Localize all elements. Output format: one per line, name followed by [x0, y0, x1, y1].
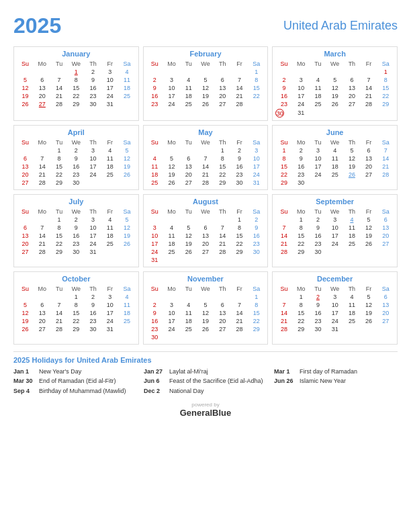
- calendar-day: 19: [180, 240, 197, 248]
- weekday-header-tu: Tu: [50, 285, 67, 293]
- month-block-december: DecemberSuMoTuWeThFrSa123456789101112131…: [272, 271, 398, 345]
- weekday-header-th: Th: [85, 285, 101, 293]
- calendar-day: 25: [343, 240, 360, 248]
- month-title-february: February: [146, 50, 265, 58]
- calendar-day: 22: [377, 92, 394, 100]
- calendar-day: 4: [180, 76, 197, 84]
- calendar-day: 19: [118, 163, 135, 171]
- weekday-header-fr: Fr: [231, 138, 248, 146]
- calendar-day: 25: [180, 100, 197, 108]
- calendar-day: 14: [231, 309, 248, 317]
- calendar-day: 10: [85, 224, 101, 232]
- calendar-day: 3: [101, 293, 118, 301]
- calendar-day: 30: [68, 248, 85, 256]
- calendar-day: 8: [68, 76, 85, 84]
- calendar-day: [231, 68, 248, 76]
- calendar-day: 30: [68, 179, 85, 187]
- calendar-day: 6: [377, 293, 394, 301]
- weekday-header-tu: Tu: [180, 138, 197, 146]
- weekday-header-we: We: [197, 138, 214, 146]
- weekday-header-mo: Mo: [34, 138, 50, 146]
- calendar-day: 6: [34, 301, 50, 309]
- calendar-day: [197, 146, 214, 154]
- calendar-day: 23: [248, 240, 265, 248]
- calendar-day: 14: [214, 232, 231, 240]
- calendar-day: 3: [85, 216, 101, 224]
- calendar-day: 15: [214, 163, 231, 171]
- calendar-day: 7: [214, 224, 231, 232]
- weekday-header-su: Su: [146, 208, 163, 216]
- calendar-day: 20: [180, 171, 197, 179]
- calendar-day: 20: [214, 317, 231, 325]
- calendar-day: 26: [180, 248, 197, 256]
- calendar-day: 25: [118, 317, 135, 325]
- calendar-day: 29: [231, 248, 248, 256]
- calendar-day: 7: [275, 224, 292, 232]
- weekday-header-th: Th: [214, 60, 231, 68]
- weekday-header-su: Su: [275, 60, 292, 68]
- calendar-day: 31: [293, 108, 310, 118]
- calendar-day: 27: [34, 325, 50, 333]
- month-title-january: January: [17, 50, 136, 58]
- calendar-day: [343, 108, 360, 118]
- calendar-day: 28: [361, 100, 377, 108]
- calendar-day: 31: [101, 100, 118, 108]
- calendar-day: 25: [101, 240, 118, 248]
- calendar-day: 14: [231, 84, 248, 92]
- calendar-day: 25: [343, 317, 360, 325]
- calendar-day: 6: [343, 76, 360, 84]
- calendar-day: 14: [361, 84, 377, 92]
- calendar-day: [118, 100, 135, 108]
- calendar-day: 27: [361, 171, 377, 179]
- calendar-day: 22: [50, 240, 67, 248]
- calendar-day: 7: [50, 76, 67, 84]
- calendar-day: 25: [163, 248, 180, 256]
- calendar-day: 20: [377, 309, 394, 317]
- weekday-header-sa: Sa: [377, 285, 394, 293]
- weekday-header-th: Th: [85, 138, 101, 146]
- weekday-header-su: Su: [275, 138, 292, 146]
- calendar-day: 12: [343, 154, 360, 163]
- calendar-day: 6: [214, 301, 231, 309]
- calendar-day: [197, 333, 214, 341]
- calendar-day: [231, 333, 248, 341]
- calendar-day: 24: [85, 171, 101, 179]
- calendar-day: 15: [293, 232, 310, 240]
- weekday-header-mo: Mo: [293, 285, 310, 293]
- weekday-header-th: Th: [343, 138, 360, 146]
- year-label: 2025: [13, 13, 61, 38]
- weekday-header-fr: Fr: [361, 285, 377, 293]
- month-title-may: May: [146, 128, 265, 136]
- calendar-day: 17: [163, 92, 180, 100]
- month-block-march: MarchSuMoTuWeThFrSa123456789101112131415…: [272, 46, 398, 121]
- holiday-item: Mar 1First day of Ramadan: [274, 367, 398, 376]
- weekday-header-sa: Sa: [248, 285, 265, 293]
- calendar-day: 2: [231, 146, 248, 154]
- calendar-day: 6: [197, 224, 214, 232]
- holiday-name: Feast of the Sacrifice (Eid al-Adha): [169, 377, 263, 386]
- calendar-day: 26: [118, 171, 135, 179]
- calendar-day: 1: [231, 216, 248, 224]
- footer: powered by GeneralBlue: [13, 402, 398, 418]
- calendar-day: 30: [310, 325, 326, 333]
- weekday-header-sa: Sa: [118, 138, 135, 146]
- holiday-date: Dec 2: [144, 387, 165, 396]
- calendar-day: 25: [101, 171, 118, 179]
- calendar-day: 9: [146, 309, 163, 317]
- calendar-day: 5: [343, 146, 360, 154]
- calendar-day: 29: [293, 325, 310, 333]
- weekday-header-fr: Fr: [101, 138, 118, 146]
- calendar-day: [275, 293, 292, 301]
- calendar-day: 25: [326, 171, 343, 179]
- calendar-day: 31: [326, 325, 343, 333]
- weekday-header-mo: Mo: [163, 208, 180, 216]
- calendar-day: 19: [163, 171, 180, 179]
- calendar-day: 24: [163, 325, 180, 333]
- calendar-day: 16: [231, 163, 248, 171]
- holiday-name: Islamic New Year: [300, 377, 346, 386]
- calendar-day: [310, 108, 326, 118]
- calendar-day: 16: [293, 163, 310, 171]
- calendar-day: 13: [34, 84, 50, 92]
- calendar-day: 27: [34, 100, 50, 108]
- calendar-day: 10: [163, 309, 180, 317]
